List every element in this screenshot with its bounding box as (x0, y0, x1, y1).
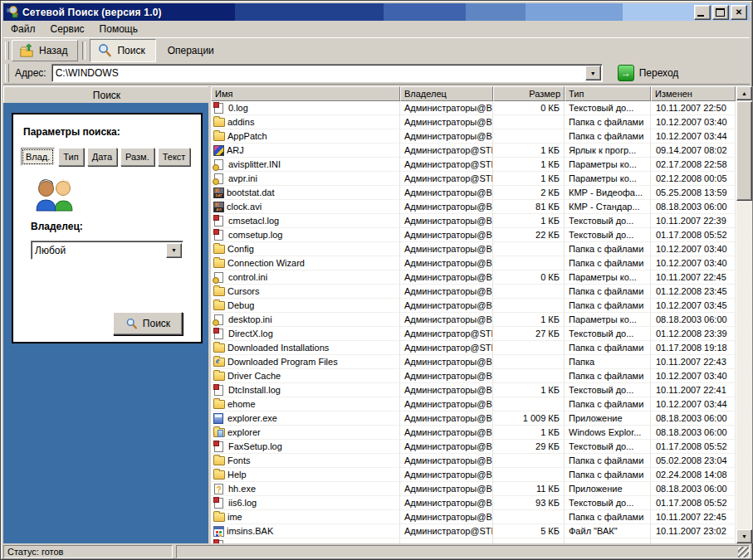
table-row[interactable]: Fonts Администраторы@BUILTIN Папка с фай… (211, 454, 736, 468)
table-row[interactable] (211, 538, 736, 543)
column-header-owner[interactable]: Владелец (400, 86, 493, 101)
file-modified: 10.12.2007 03:44 (651, 397, 736, 411)
file-modified: 01.17.2008 05:52 (651, 496, 736, 510)
address-label: Адрес: (15, 67, 46, 79)
run-search-button[interactable]: Поиск (113, 312, 183, 335)
filter-size-button[interactable]: Разм. (120, 148, 154, 166)
table-row[interactable]: desktop.ini Администраторы@BUILTIN 1 КБ … (211, 313, 736, 327)
column-header-type[interactable]: Тип (565, 86, 651, 101)
address-input[interactable] (52, 67, 585, 79)
table-row[interactable]: Driver Cache Администраторы@BUILTIN Папк… (211, 369, 736, 383)
file-type: Текстовый до... (565, 228, 651, 242)
file-name: Cursors (227, 286, 260, 296)
table-row[interactable]: 0.log Администраторы@BUILTIN 0 КБ Тексто… (211, 101, 736, 115)
menu-service[interactable]: Сервис (43, 22, 92, 37)
table-row[interactable]: Cursors Администраторы@BUILTIN Папка с ф… (211, 285, 736, 299)
file-name: explorer (227, 427, 261, 437)
resize-grip[interactable] (738, 547, 749, 558)
scroll-down-button[interactable]: ▼ (736, 529, 752, 543)
close-button[interactable] (731, 5, 747, 20)
file-type: Папка с файлами (565, 285, 651, 299)
file-size (493, 538, 565, 543)
table-row[interactable]: control.ini Администраторы@BUILTIN 0 КБ … (211, 270, 736, 285)
file-size (493, 369, 565, 383)
menu-file[interactable]: Файл (3, 22, 43, 37)
file-type: Текстовый до... (565, 101, 651, 115)
table-row[interactable]: clock.avi Администраторы@BUILTIN 81 КБ К… (211, 200, 736, 214)
maximize-button[interactable] (712, 5, 729, 20)
table-row[interactable]: ehome Администраторы@BUILTIN Папка с фай… (211, 397, 736, 411)
column-header-modified[interactable]: Изменен (651, 86, 736, 101)
table-row[interactable]: Debug Администраторы@BUILTIN Папка с фай… (211, 299, 736, 313)
table-row[interactable]: cmsetacl.log Администраторы@BUILTIN 1 КБ… (211, 214, 736, 228)
file-type: Папка с файлами (565, 115, 651, 129)
file-size: 0 КБ (493, 270, 565, 285)
file-modified: 08.18.2003 06:00 (651, 313, 736, 327)
folder-icon (213, 287, 225, 296)
filter-text-button[interactable]: Текст (158, 148, 191, 166)
table-row[interactable]: AppPatch Администраторы@BUILTIN Папка с … (211, 129, 736, 144)
column-header-size[interactable]: Размер (493, 86, 565, 101)
folder-icon (213, 400, 225, 409)
table-row[interactable]: Downloaded Installations Администратор@S… (211, 341, 736, 355)
table-row[interactable]: Help Администраторы@BUILTIN Папка с файл… (211, 468, 736, 482)
scroll-up-button[interactable]: ▲ (736, 86, 752, 100)
file-owner: Администраторы@BUILTIN (400, 411, 493, 426)
table-row[interactable]: imsins.BAK Администратор@STERN 5 КБ Файл… (211, 524, 736, 538)
ini-icon (214, 272, 223, 283)
table-row[interactable]: Connection Wizard Администраторы@BUILTIN… (211, 256, 736, 270)
owner-select[interactable]: Любой ▼ (31, 241, 183, 260)
file-owner: Администраторы@BUILTIN (400, 468, 493, 482)
search-toggle-button[interactable]: Поиск (90, 39, 155, 62)
operations-button[interactable]: Операции (156, 41, 226, 61)
table-row[interactable]: comsetup.log Администраторы@BUILTIN 22 К… (211, 228, 736, 242)
table-row[interactable]: Downloaded Program Files Администраторы@… (211, 355, 736, 369)
operations-label: Операции (168, 45, 214, 56)
file-modified: 08.18.2003 06:00 (651, 200, 736, 214)
table-row[interactable]: DirectX.log Администратор@STERN 27 КБ Те… (211, 327, 736, 341)
minimize-button[interactable] (694, 5, 711, 20)
back-button[interactable]: Назад (12, 40, 78, 61)
table-row[interactable]: hh.exe Администраторы@BUILTIN 11 КБ Прил… (211, 482, 736, 496)
file-type (565, 538, 651, 543)
table-row[interactable]: explorer Администраторы@BUILTIN 1 КБ Win… (211, 426, 736, 440)
file-type: Приложение (565, 482, 651, 496)
file-size: 0 КБ (493, 101, 565, 115)
text-log-icon (214, 385, 223, 396)
column-header-name[interactable]: Имя (211, 86, 400, 101)
file-size (493, 355, 565, 369)
toolbar-grip[interactable] (5, 41, 9, 60)
owner-dropdown-button[interactable]: ▼ (166, 243, 182, 258)
folder-icon (213, 132, 225, 141)
table-row[interactable]: FaxSetup.log Администраторы@BUILTIN 29 К… (211, 440, 736, 454)
table-row[interactable]: iis6.log Администраторы@BUILTIN 93 КБ Те… (211, 496, 736, 510)
table-row[interactable]: addins Администраторы@BUILTIN Папка с фа… (211, 115, 736, 129)
vertical-scrollbar[interactable]: ▲ ▼ (736, 86, 752, 543)
search-pane: Параметры поиска: Влад. Тип Дата Разм. Т… (3, 103, 208, 543)
file-modified: 10.12.2007 03:40 (651, 115, 736, 129)
menu-help[interactable]: Помощь (92, 22, 145, 37)
filter-date-button[interactable]: Дата (87, 148, 117, 166)
table-row[interactable]: bootstat.dat Администраторы@BUILTIN 2 КБ… (211, 186, 736, 200)
file-type: Текстовый до... (565, 214, 651, 228)
status-panel-secondary (176, 545, 750, 558)
table-row[interactable]: ARJ Администратор@STERN 1 КБ Ярлык к про… (211, 144, 736, 158)
folder-icon (213, 513, 225, 522)
file-type: Текстовый до... (565, 440, 651, 454)
table-row[interactable]: ime Администраторы@BUILTIN Папка с файла… (211, 510, 736, 524)
table-row[interactable]: avpr.ini Администратор@STERN 1 КБ Параме… (211, 172, 736, 186)
status-bar: Статус: готов (3, 545, 750, 558)
table-row[interactable]: DtcInstall.log Администраторы@BUILTIN 1 … (211, 383, 736, 397)
file-type: Приложение (565, 411, 651, 426)
table-row[interactable]: explorer.exe Администраторы@BUILTIN 1 00… (211, 411, 736, 426)
address-dropdown-button[interactable]: ▼ (585, 66, 601, 80)
filter-owner-button[interactable]: Влад. (21, 148, 55, 166)
address-bar-grip[interactable] (5, 64, 9, 82)
filter-type-button[interactable]: Тип (58, 148, 83, 166)
scrollbar-thumb[interactable] (736, 101, 752, 201)
file-modified: 02.24.2008 14:08 (651, 468, 736, 482)
go-button[interactable]: → Переход (614, 63, 687, 83)
table-row[interactable]: Config Администраторы@BUILTIN Папка с фа… (211, 242, 736, 256)
table-row[interactable]: avisplitter.INI Администратор@STERN 1 КБ… (211, 158, 736, 172)
kmp-avi-icon (213, 202, 224, 212)
